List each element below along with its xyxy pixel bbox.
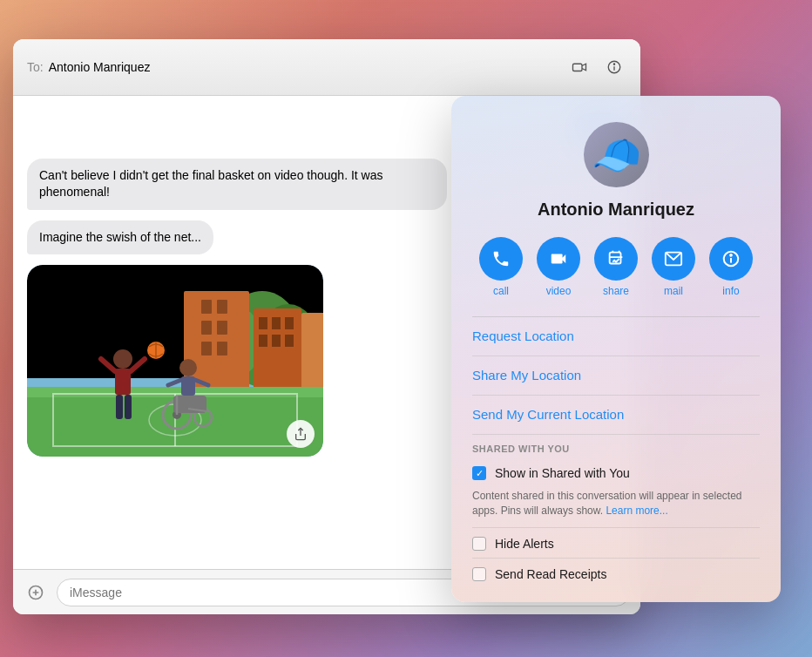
svg-rect-14 [201, 342, 212, 356]
hide-alerts-label: Hide Alerts [495, 537, 554, 551]
svg-rect-21 [272, 335, 281, 347]
share-location-label: Share My Location [472, 368, 581, 383]
shared-with-you-info: Content shared in this conversation will… [472, 485, 760, 527]
action-share[interactable]: share [594, 237, 638, 297]
svg-point-29 [113, 349, 132, 369]
messages-header: To: Antonio Manriquez [13, 39, 640, 96]
action-buttons-row: call video share [472, 237, 760, 297]
share-icon [594, 237, 638, 281]
shared-with-you-section-label: SHARED WITH YOU [472, 435, 760, 459]
menu-items: Request Location Share My Location Send … [472, 316, 760, 585]
message-bubble-received-2: Imagine the swish of the net... [27, 220, 213, 255]
image-bubble [27, 265, 323, 457]
info-circle-icon [709, 237, 753, 281]
svg-rect-18 [272, 317, 281, 329]
svg-rect-10 [201, 300, 212, 314]
svg-point-55 [730, 254, 732, 256]
svg-rect-19 [285, 317, 294, 329]
info-label: info [722, 285, 739, 297]
video-icon [537, 237, 580, 281]
svg-point-3 [613, 64, 614, 64]
svg-rect-13 [217, 321, 227, 335]
send-location-label: Send My Current Location [472, 407, 624, 422]
show-in-shared-checkbox-row[interactable]: ✓ Show in Shared with You [472, 459, 760, 485]
svg-point-37 [179, 359, 197, 376]
call-label: call [493, 285, 509, 297]
menu-item-share-location[interactable]: Share My Location [472, 356, 760, 396]
svg-rect-15 [217, 342, 227, 356]
video-label: video [546, 285, 572, 297]
action-video[interactable]: video [537, 237, 580, 297]
menu-item-request-location[interactable]: Request Location [472, 317, 760, 356]
to-label: To: [27, 60, 44, 74]
action-mail[interactable]: mail [652, 237, 695, 297]
svg-rect-12 [201, 321, 212, 335]
message-bubble-received-1: Can't believe I didn't get the final bas… [27, 159, 447, 210]
svg-rect-30 [115, 369, 131, 395]
hide-alerts-checkbox[interactable] [472, 537, 486, 551]
svg-rect-11 [217, 300, 227, 314]
action-info[interactable]: info [709, 237, 753, 297]
send-read-receipts-label: Send Read Receipts [495, 567, 606, 581]
svg-rect-20 [259, 335, 267, 347]
header-contact-name: Antonio Manriquez [49, 60, 567, 74]
svg-rect-33 [116, 395, 123, 419]
send-read-receipts-checkbox[interactable] [472, 567, 486, 581]
video-call-button[interactable] [567, 55, 592, 79]
show-in-shared-checkbox[interactable]: ✓ [472, 466, 486, 480]
info-panel-contact-name: Antonio Manriquez [472, 200, 760, 220]
avatar-container: 🧢 [472, 122, 760, 187]
show-in-shared-label: Show in Shared with You [495, 466, 630, 480]
info-panel: 🧢 Antonio Manriquez call video [451, 96, 781, 602]
learn-more-link[interactable]: Learn more... [606, 505, 667, 517]
request-location-label: Request Location [472, 328, 574, 343]
info-button[interactable] [602, 55, 626, 79]
svg-rect-22 [285, 335, 294, 347]
share-label: share [603, 285, 629, 297]
call-icon [479, 237, 523, 281]
svg-rect-0 [573, 64, 583, 71]
hide-alerts-row[interactable]: Hide Alerts [472, 528, 760, 558]
mail-label: mail [664, 285, 683, 297]
add-attachment-button[interactable] [24, 580, 48, 605]
svg-rect-34 [125, 395, 132, 419]
header-icons [567, 55, 626, 79]
action-call[interactable]: call [479, 237, 523, 297]
svg-rect-17 [259, 317, 267, 329]
contact-avatar: 🧢 [584, 122, 649, 187]
mail-icon [652, 237, 695, 281]
menu-item-send-location[interactable]: Send My Current Location [472, 396, 760, 435]
send-read-receipts-row[interactable]: Send Read Receipts [472, 559, 760, 585]
